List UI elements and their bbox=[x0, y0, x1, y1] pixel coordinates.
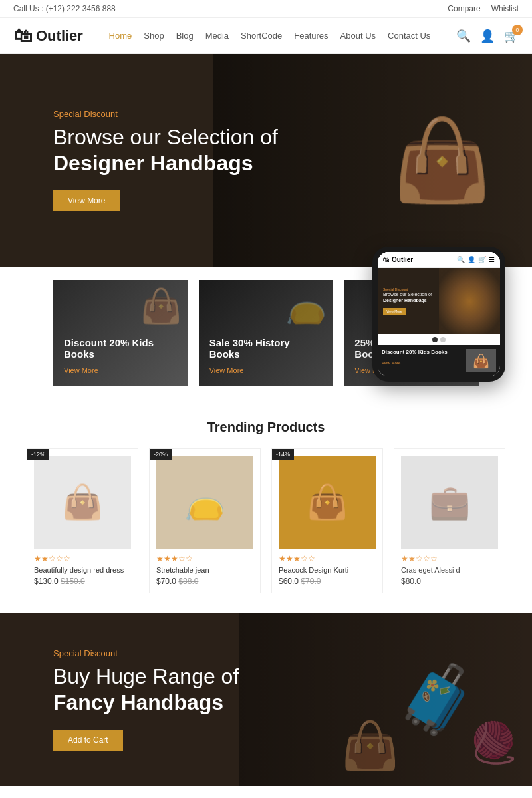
product-stars-3: ★★★☆☆ bbox=[279, 554, 376, 563]
product-badge-1: -12% bbox=[27, 449, 49, 460]
promo-card-1-link[interactable]: View More bbox=[64, 366, 98, 374]
product-price-2: $70.0 $88.0 bbox=[156, 577, 253, 586]
second-banner-content: Special Discount Buy Huge Range of Fancy… bbox=[0, 648, 239, 751]
nav-contact[interactable]: Contact Us bbox=[388, 31, 430, 41]
special-section: Special Products -14% 👜 -23% 👝 -17% 💼 -1… bbox=[0, 786, 532, 798]
product-stars-2: ★★★☆☆ bbox=[156, 554, 253, 563]
phone-search-icon: 🔍 bbox=[457, 256, 465, 263]
nav-shortcode[interactable]: ShortCode bbox=[241, 31, 282, 41]
phone-card-link[interactable]: View More bbox=[382, 361, 400, 365]
product-current-price-3: $60.0 bbox=[279, 577, 299, 586]
product-price-3: $60.0 $70.0 bbox=[279, 577, 376, 586]
product-badge-3: -14% bbox=[272, 449, 294, 460]
product-name-2: Stretchable jean bbox=[156, 566, 253, 574]
second-banner-title: Buy Huge Range of Fancy Handbags bbox=[53, 664, 239, 715]
product-image-4: 💼 bbox=[401, 456, 498, 549]
hero-label: Special Discount bbox=[53, 109, 278, 119]
phone-header: 🛍 Outlier 🔍 👤 🛒 ☰ bbox=[378, 252, 500, 268]
search-icon[interactable]: 🔍 bbox=[456, 29, 471, 43]
nav-blog[interactable]: Blog bbox=[176, 31, 194, 41]
product-image-3: 👜 bbox=[279, 456, 376, 549]
phone-hero-bag bbox=[439, 268, 500, 334]
product-name-1: Beautifully design red dress bbox=[34, 566, 131, 574]
phone-hero: Special Discount Browse our Selection of… bbox=[378, 268, 500, 334]
product-old-price-3: $70.0 bbox=[301, 577, 321, 586]
compare-link[interactable]: Compare bbox=[448, 4, 480, 13]
header: 🛍 Outlier Home Shop Blog Media ShortCode… bbox=[0, 18, 532, 54]
hero-title-line2: Designer Handbags bbox=[53, 151, 253, 175]
phone-menu-icon: ☰ bbox=[489, 256, 495, 263]
second-banner: 🧳 👜 🧶 Special Discount Buy Huge Range of… bbox=[0, 613, 532, 786]
promo-card-2: 👝 Sale 30% History Books View More bbox=[199, 280, 334, 386]
phone-user-icon: 👤 bbox=[467, 256, 475, 263]
product-image-1: 👜 bbox=[34, 456, 131, 549]
hero-view-more-button[interactable]: View More bbox=[53, 190, 120, 211]
second-banner-label: Special Discount bbox=[53, 648, 239, 658]
trending-title: Trending Products bbox=[27, 420, 505, 435]
wishlist-link[interactable]: Whislist bbox=[491, 4, 519, 13]
hero-title-line1: Browse our Selection of bbox=[53, 125, 278, 149]
product-price-1: $130.0 $150.0 bbox=[34, 577, 131, 586]
product-old-price-2: $88.0 bbox=[178, 577, 198, 586]
nav-shop[interactable]: Shop bbox=[144, 31, 164, 41]
hero-title: Browse our Selection of Designer Handbag… bbox=[53, 124, 278, 176]
product-price-4: $80.0 bbox=[401, 577, 498, 586]
product-name-3: Peacock Design Kurti bbox=[279, 566, 376, 574]
product-stars-4: ★★☆☆☆ bbox=[401, 554, 498, 563]
phone-dot-1[interactable] bbox=[432, 337, 438, 342]
product-current-price-2: $70.0 bbox=[156, 577, 176, 586]
phone-card-title: Discount 20% Kids Books bbox=[382, 349, 448, 355]
second-banner-line2: Fancy Handbags bbox=[53, 690, 239, 715]
promo-card-2-title: Sale 30% History Books bbox=[209, 337, 323, 360]
second-banner-line1: Buy Huge Range of bbox=[53, 664, 239, 688]
phone-card-image: 👜 bbox=[466, 349, 496, 372]
cart-icon[interactable]: 🛒 0 bbox=[504, 29, 519, 43]
phone-carousel-dots bbox=[378, 334, 500, 345]
phone-screen: 🛍 Outlier 🔍 👤 🛒 ☰ Special Disco bbox=[378, 252, 500, 376]
phone-nav-icons: 🔍 👤 🛒 ☰ bbox=[457, 256, 495, 263]
trending-wrapper: 🛍 Outlier 🔍 👤 🛒 ☰ Special Disco bbox=[0, 400, 532, 613]
promo-card-1: 👜 Discount 20% Kids Books View More bbox=[53, 280, 188, 386]
product-current-price-4: $80.0 bbox=[401, 577, 421, 586]
nav-features[interactable]: Features bbox=[294, 31, 328, 41]
cart-count: 0 bbox=[512, 25, 523, 35]
nav-about[interactable]: About Us bbox=[340, 31, 376, 41]
phone-hero-title1: Browse our Selection of bbox=[383, 292, 432, 297]
products-grid: -12% 👜 ★★☆☆☆ Beautifully design red dres… bbox=[27, 448, 505, 593]
promo-card-1-content: Discount 20% Kids Books View More bbox=[64, 337, 178, 376]
phone-hero-btn[interactable]: View More bbox=[383, 308, 406, 315]
nav-media[interactable]: Media bbox=[205, 31, 229, 41]
product-badge-2: -20% bbox=[150, 449, 172, 460]
hero-banner: 👜 Special Discount Browse our Selection … bbox=[0, 54, 532, 267]
add-to-cart-button[interactable]: Add to Cart bbox=[53, 730, 123, 751]
product-old-price-1: $150.0 bbox=[61, 577, 85, 586]
logo-text: Outlier bbox=[36, 27, 83, 45]
phone-dot-2[interactable] bbox=[440, 337, 446, 342]
phone-label: Call Us : (+12) 222 3456 888 bbox=[13, 4, 116, 13]
product-card-3: -14% 👜 ★★★☆☆ Peacock Design Kurti $60.0 … bbox=[271, 448, 383, 593]
product-stars-1: ★★☆☆☆ bbox=[34, 554, 131, 563]
promo-card-2-content: Sale 30% History Books View More bbox=[209, 337, 323, 376]
product-card-4: 💼 ★★☆☆☆ Cras eget Alessi d $80.0 bbox=[394, 448, 505, 593]
phone-mockup: 🛍 Outlier 🔍 👤 🛒 ☰ Special Disco bbox=[372, 247, 505, 382]
phone-hero-content: Special Discount Browse our Selection of… bbox=[378, 287, 432, 315]
phone-cart-icon: 🛒 bbox=[478, 256, 486, 263]
product-name-4: Cras eget Alessi d bbox=[401, 566, 498, 574]
promo-card-2-link[interactable]: View More bbox=[209, 366, 244, 374]
logo-icon: 🛍 bbox=[13, 25, 32, 47]
product-card-2: -20% 👝 ★★★☆☆ Stretchable jean $70.0 $88.… bbox=[149, 448, 261, 593]
logo[interactable]: 🛍 Outlier bbox=[13, 25, 83, 47]
product-card-1: -12% 👜 ★★☆☆☆ Beautifully design red dres… bbox=[27, 448, 138, 593]
product-current-price-1: $130.0 bbox=[34, 577, 59, 586]
nav-home[interactable]: Home bbox=[109, 31, 132, 41]
trending-section: Trending Products -12% 👜 ★★☆☆☆ Beautiful… bbox=[0, 400, 532, 613]
phone-card: Discount 20% Kids Books View More 👜 bbox=[378, 345, 500, 376]
phone-logo: Outlier bbox=[392, 256, 413, 263]
header-icons: 🔍 👤 🛒 0 bbox=[456, 29, 519, 43]
product-image-2: 👝 bbox=[156, 456, 253, 549]
user-icon[interactable]: 👤 bbox=[480, 29, 495, 43]
hero-content: Special Discount Browse our Selection of… bbox=[0, 109, 278, 211]
top-bar: Call Us : (+12) 222 3456 888 Compare Whi… bbox=[0, 0, 532, 18]
phone-hero-title: Browse our Selection of Designer Handbag… bbox=[383, 291, 432, 303]
navigation: Home Shop Blog Media ShortCode Features … bbox=[109, 31, 431, 41]
